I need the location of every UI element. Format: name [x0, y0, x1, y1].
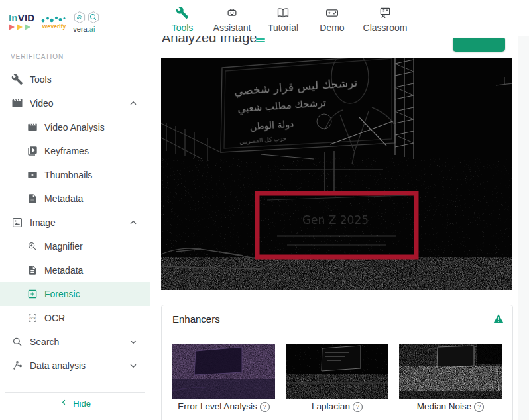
image-icon [11, 217, 23, 229]
enhancer-caption: Laplacian? [286, 401, 388, 412]
help-circle-icon[interactable]: ? [474, 402, 484, 412]
sidebar-item-label: Metadata [44, 265, 83, 276]
enhancer-thumbnail-laplacian[interactable] [286, 344, 388, 399]
svg-text:OCR: OCR [29, 317, 36, 320]
document-icon [27, 265, 38, 276]
sidebar-item-label: OCR [44, 313, 65, 323]
enhancer-thumbnail-error-level-analysis[interactable] [172, 344, 275, 399]
invid-logo: InVID [9, 13, 34, 30]
chevron-down-icon [128, 360, 139, 373]
sidebar-item-label: Search [30, 337, 59, 347]
sidebar-item-label: Image [30, 217, 56, 228]
invid-play-triangles [9, 24, 34, 30]
sidebar-footer-divider [5, 392, 145, 393]
document-icon [27, 193, 38, 205]
enhancer-caption: Error Level Analysis? [172, 401, 275, 412]
ocr-icon: OCR [27, 313, 38, 324]
magnifier-plus-icon [27, 241, 38, 252]
help-circle-icon[interactable]: ? [260, 402, 270, 412]
sidebar-item-label: Data analysis [30, 360, 86, 371]
data-analysis-icon [11, 360, 23, 372]
chevron-left-icon [60, 398, 68, 409]
sidebar-item-thumbnails[interactable]: Thumbnails [0, 163, 150, 187]
sidebar-item-tools[interactable]: Tools [0, 68, 150, 91]
vera-hexagons [73, 11, 102, 25]
gamepad-icon [325, 6, 339, 19]
sidebar-item-video[interactable]: Video [0, 91, 150, 115]
forensic-content: Analyzed Image [151, 0, 517, 420]
invid-logo-text: In [9, 12, 18, 23]
analyzed-image[interactable]: ترشحك ليس قرار شخصي ترشحك مطلب شعبي دولة… [161, 58, 512, 290]
weverify-logo-text: WeVerify [42, 23, 66, 30]
chevron-up-icon [128, 217, 139, 230]
image-plus-icon [27, 289, 38, 300]
vera-logo-text: vera.ai [73, 25, 95, 33]
enhancer-thumbnail-median-noise[interactable] [399, 344, 502, 399]
sidebar-item-video-metadata[interactable]: Metadata [0, 187, 150, 211]
brand-logos: InVID WeVerify vera [0, 0, 150, 44]
topnav-tools[interactable]: Tools [164, 6, 201, 33]
sidebar-item-label: Metadata [44, 193, 83, 204]
sidebar: InVID WeVerify vera [0, 0, 150, 420]
hide-sidebar-button[interactable]: Hide [0, 398, 150, 409]
hide-label: Hide [73, 399, 91, 409]
sidebar-item-forensic[interactable]: Forensic [0, 282, 150, 306]
sidebar-item-label: Tools [30, 74, 52, 85]
wrench-icon [176, 6, 189, 19]
sidebar-item-ocr[interactable]: OCR OCR [0, 306, 150, 330]
sidebar-section-label: VERIFICATION [11, 53, 64, 60]
classroom-icon [379, 6, 392, 19]
sidebar-item-label: Magnifier [44, 241, 83, 252]
sidebar-item-label: Forensic [44, 289, 80, 299]
chevron-down-icon [128, 337, 139, 349]
sidebar-nav: Tools Video Video Analysis Keyframes Thu… [0, 68, 150, 378]
sidebar-item-label: Thumbnails [44, 170, 92, 180]
enhancers-title: Enhancers [172, 313, 220, 325]
sidebar-item-keyframes[interactable]: Keyframes [0, 139, 150, 163]
enhancers-card: Enhancers [161, 305, 513, 420]
warning-triangle-icon[interactable] [493, 313, 504, 324]
movie-icon [11, 97, 23, 110]
topnav-tutorial[interactable]: Tutorial [263, 6, 304, 33]
primary-action-button[interactable] [453, 38, 505, 52]
vera-ai-logo: vera.ai [73, 11, 102, 33]
svg-text:Gen Z 2025: Gen Z 2025 [302, 213, 369, 227]
help-circle-icon[interactable]: ? [353, 402, 363, 412]
sidebar-item-image-metadata[interactable]: Metadata [0, 258, 150, 282]
weverify-logo: WeVerify [40, 15, 67, 30]
scrollbar[interactable] [518, 36, 529, 420]
main-panel: Analyzed Image [151, 0, 517, 420]
top-navigation-bar: Tools Assistant Tutorial Demo Classroom [151, 0, 517, 36]
sidebar-item-video-analysis[interactable]: Video Analysis [0, 115, 150, 139]
movie-icon [27, 122, 38, 133]
filmstrip-icon [27, 146, 38, 157]
search-icon [11, 336, 23, 348]
wrench-icon [11, 74, 23, 86]
robot-icon [225, 6, 239, 19]
chevron-up-icon [128, 98, 139, 111]
sidebar-item-magnifier[interactable]: Magnifier [0, 235, 150, 258]
topnav-classroom[interactable]: Classroom [359, 6, 411, 33]
link-icon[interactable] [256, 38, 265, 44]
sidebar-item-image[interactable]: Image [0, 211, 150, 235]
sidebar-item-data-analysis[interactable]: Data analysis [0, 354, 150, 378]
invid-weverify-plugin-window: InVID WeVerify vera [0, 0, 529, 420]
sidebar-item-label: Video [30, 98, 54, 109]
topnav-assistant[interactable]: Assistant [209, 6, 255, 33]
book-icon [276, 6, 290, 19]
weverify-dots [40, 15, 67, 23]
enhancer-caption: Median Noise? [399, 401, 502, 412]
sidebar-item-label: Video Analysis [44, 122, 105, 132]
play-thumbnail-icon [27, 170, 38, 181]
sidebar-item-search[interactable]: Search [0, 330, 150, 354]
sidebar-item-label: Keyframes [44, 146, 89, 156]
topnav-demo[interactable]: Demo [316, 6, 349, 33]
